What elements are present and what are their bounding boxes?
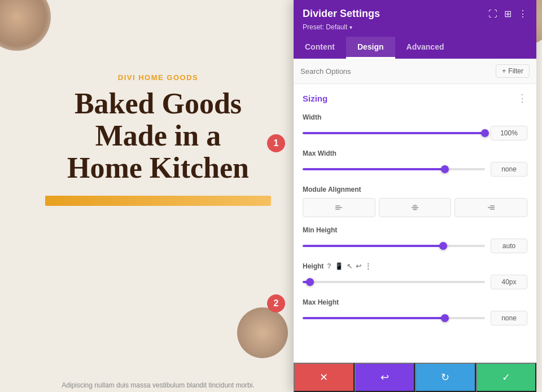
setting-max-height: Max Height none (294, 294, 536, 330)
search-input[interactable] (300, 67, 496, 76)
setting-label-max-width: Max Width (303, 149, 527, 157)
slider-track-max-width[interactable] (303, 168, 485, 170)
height-mobile-icon[interactable]: 📱 (335, 262, 343, 270)
deco-bottom-right (237, 307, 288, 358)
redo-icon: ↻ (441, 371, 449, 384)
tab-advanced[interactable]: Advanced (395, 37, 456, 59)
page-title: Baked Goods Made in a Home Kitchen (34, 87, 282, 184)
svg-rect-6 (415, 204, 416, 211)
badge-1: 1 (267, 134, 285, 152)
setting-min-height: Min Height auto (294, 222, 536, 258)
setting-width: Width 100% (294, 109, 536, 145)
slider-track-max-height[interactable] (303, 317, 485, 319)
slider-value-width[interactable]: 100% (491, 126, 527, 140)
slider-value-max-height[interactable]: none (491, 311, 527, 325)
panel-header-icons: ⛶ ⊞ ⋮ (488, 8, 527, 19)
align-center-button[interactable] (379, 198, 452, 217)
slider-thumb-max-width[interactable] (441, 165, 449, 173)
setting-label-height: Height ? 📱 ↖ ↩ ⋮ (303, 262, 527, 270)
slider-thumb-min-height[interactable] (439, 242, 447, 250)
height-more-icon[interactable]: ⋮ (365, 262, 371, 270)
slider-fill-width (303, 132, 485, 134)
svg-rect-2 (335, 209, 340, 210)
slider-row-max-width: none (303, 162, 527, 177)
preset-arrow: ▾ (349, 24, 352, 30)
slider-thumb-width[interactable] (481, 129, 489, 137)
slider-track-height[interactable] (303, 281, 485, 283)
save-icon: ✓ (502, 371, 510, 384)
slider-value-max-width[interactable]: none (491, 162, 527, 177)
undo-icon: ↩ (381, 371, 389, 384)
align-right-button[interactable] (454, 198, 527, 217)
height-help-icon[interactable]: ? (327, 262, 331, 270)
tab-design[interactable]: Design (346, 37, 395, 59)
cancel-icon: ✕ (320, 371, 328, 384)
svg-rect-1 (335, 207, 342, 208)
svg-rect-0 (335, 205, 340, 206)
slider-row-max-height: none (303, 311, 527, 325)
align-right-icon (487, 203, 496, 212)
height-undo-icon[interactable]: ↩ (356, 262, 361, 270)
alignment-row (303, 198, 527, 217)
panel-tabs: Content Design Advanced (294, 37, 536, 59)
deco-top-left (0, 0, 51, 51)
more-icon[interactable]: ⋮ (518, 8, 527, 19)
panel-title: Divider Settings (303, 8, 380, 20)
cancel-button[interactable]: ✕ (294, 363, 355, 392)
slider-thumb-max-height[interactable] (441, 314, 449, 322)
panel-header: Divider Settings ⛶ ⊞ ⋮ Preset: Default ▾ (294, 0, 536, 37)
section-header-sizing: Sizing ⋮ (294, 84, 536, 109)
undo-button[interactable]: ↩ (355, 363, 416, 392)
panel-preset[interactable]: Preset: Default ▾ (303, 23, 527, 31)
align-left-icon (334, 203, 343, 212)
align-left-button[interactable] (303, 198, 375, 217)
panel-header-top: Divider Settings ⛶ ⊞ ⋮ (303, 8, 527, 20)
section-title: Sizing (303, 94, 327, 103)
tab-content[interactable]: Content (294, 37, 346, 59)
setting-label-width: Width (303, 113, 527, 121)
filter-plus-icon: + (502, 67, 506, 75)
page-content: DIVI HOME GOODS Baked Goods Made in a Ho… (34, 73, 282, 206)
redo-button[interactable]: ↻ (415, 363, 476, 392)
slider-fill-max-width (303, 168, 445, 170)
slider-value-min-height[interactable]: auto (491, 239, 527, 253)
badge-2: 2 (267, 294, 285, 312)
slider-fill-min-height (303, 245, 443, 247)
setting-module-alignment: Module Alignment (294, 181, 536, 222)
divider-bar (45, 196, 271, 206)
setting-label-min-height: Min Height (303, 226, 527, 234)
save-button[interactable]: ✓ (476, 363, 537, 392)
layout-icon[interactable]: ⊞ (504, 8, 512, 19)
slider-value-height[interactable]: 40px (491, 275, 527, 289)
page-footer-text: Adipiscing nullam duis massa vestibulum … (34, 381, 282, 389)
slider-row-height: 40px (303, 275, 527, 289)
panel-footer: ✕ ↩ ↻ ✓ (294, 363, 536, 392)
panel-body: Sizing ⋮ Width 100% Max Width (294, 84, 536, 363)
slider-track-min-height[interactable] (303, 245, 485, 247)
settings-panel: Divider Settings ⛶ ⊞ ⋮ Preset: Default ▾… (294, 0, 536, 392)
section-menu-icon[interactable]: ⋮ (517, 92, 527, 104)
slider-thumb-height[interactable] (306, 278, 314, 286)
align-center-icon (410, 203, 419, 212)
slider-fill-max-height (303, 317, 445, 319)
svg-rect-7 (490, 205, 495, 206)
setting-label-max-height: Max Height (303, 298, 527, 306)
setting-max-width: Max Width none (294, 145, 536, 181)
filter-button[interactable]: + Filter (496, 64, 530, 78)
brand-name: DIVI HOME GOODS (34, 73, 282, 82)
svg-rect-8 (488, 207, 495, 208)
slider-track-width[interactable] (303, 132, 485, 134)
svg-rect-9 (490, 209, 495, 210)
height-cursor-icon[interactable]: ↖ (347, 262, 352, 270)
setting-label-module-alignment: Module Alignment (303, 186, 527, 193)
slider-row-width: 100% (303, 126, 527, 140)
setting-height: Height ? 📱 ↖ ↩ ⋮ 40px (294, 258, 536, 294)
panel-search: + Filter (294, 59, 536, 84)
fullscreen-icon[interactable]: ⛶ (488, 9, 497, 19)
slider-row-min-height: auto (303, 239, 527, 253)
